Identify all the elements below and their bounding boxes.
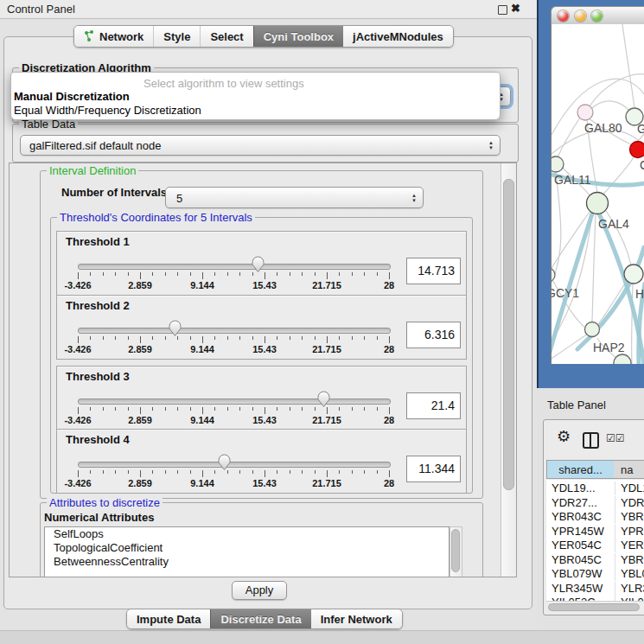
numerical-attributes-list[interactable]: SelfLoopsTopologicalCoefficientBetweenne… bbox=[44, 526, 450, 577]
tab-network[interactable]: Network bbox=[74, 26, 153, 47]
hscrollbar-thumb[interactable] bbox=[548, 603, 640, 611]
node-label: GCY1 bbox=[552, 286, 579, 300]
tick bbox=[327, 470, 328, 477]
checkbox-icons[interactable]: ☑☑ bbox=[606, 432, 625, 444]
tab-style[interactable]: Style bbox=[153, 26, 200, 47]
slider-track[interactable] bbox=[78, 462, 391, 468]
tick-label: -3.426 bbox=[64, 478, 91, 488]
slider-track[interactable] bbox=[78, 264, 391, 270]
tab-label: Select bbox=[210, 30, 243, 43]
network-node[interactable] bbox=[552, 268, 555, 282]
scrollbar-thumb[interactable] bbox=[503, 179, 514, 490]
slider-thumb[interactable] bbox=[217, 453, 232, 475]
cell-shared-name: YBL079W bbox=[552, 567, 614, 580]
threshold-label: Threshold 4 bbox=[66, 433, 130, 446]
network-node[interactable] bbox=[587, 193, 609, 214]
tab-label: jActiveMNodules bbox=[353, 30, 443, 43]
tab-select[interactable]: Select bbox=[200, 26, 252, 47]
slider-track[interactable] bbox=[78, 328, 391, 334]
cell-shared-name: YBR043C bbox=[552, 510, 614, 523]
threshold-label: Threshold 2 bbox=[66, 299, 130, 312]
tick-label: 2.859 bbox=[128, 415, 152, 425]
network-canvas[interactable]: GAL80GACGAL11GAL4GCY1HHAP2 bbox=[551, 24, 644, 364]
tick bbox=[339, 272, 340, 276]
control-panel-titlebar: Control Panel ✖ bbox=[0, 0, 537, 19]
popup-item-2[interactable]: Equal Width/Frequency Discretization bbox=[14, 104, 201, 117]
slider-thumb[interactable] bbox=[316, 390, 331, 411]
gear-icon[interactable]: ⚙ bbox=[557, 429, 571, 444]
network-node[interactable] bbox=[577, 105, 593, 120]
network-node[interactable] bbox=[630, 142, 644, 158]
tick bbox=[90, 470, 91, 474]
slider-track[interactable] bbox=[78, 399, 391, 405]
threshold-value-field[interactable]: 11.344 bbox=[406, 456, 461, 482]
node-table-rows[interactable]: YDL19...YDL1...YDR27...YDR2...YBR043CYBR… bbox=[546, 480, 644, 610]
threshold-value-field[interactable]: 21.4 bbox=[406, 392, 461, 419]
tick bbox=[140, 272, 141, 279]
tab-cyni-toolbox[interactable]: Cyni Toolbox bbox=[253, 26, 343, 47]
top-tab-bar: NetworkStyleSelectCyni ToolboxjActiveMNo… bbox=[73, 25, 454, 48]
zoom-traffic-light[interactable] bbox=[591, 10, 603, 22]
cell-name: YPR1... bbox=[621, 525, 644, 538]
network-node[interactable] bbox=[552, 156, 564, 172]
column-layout-icon[interactable] bbox=[583, 432, 599, 449]
tick bbox=[389, 272, 390, 279]
tick-label: 2.859 bbox=[128, 344, 152, 354]
tab-impute-data[interactable]: Impute Data bbox=[127, 609, 210, 628]
column-divider bbox=[615, 481, 615, 495]
horizontal-scrollbar[interactable] bbox=[546, 601, 644, 611]
threshold-value-field[interactable]: 6.316 bbox=[406, 322, 461, 348]
vertical-scrollbar[interactable] bbox=[501, 163, 516, 577]
tick bbox=[327, 336, 328, 343]
minimize-traffic-light[interactable] bbox=[575, 10, 586, 22]
float-window-icon[interactable] bbox=[498, 5, 507, 15]
tick bbox=[377, 336, 378, 340]
tick bbox=[227, 272, 228, 276]
network-window-titlebar[interactable] bbox=[551, 6, 644, 26]
attribute-list-item[interactable]: SelfLoops bbox=[45, 527, 449, 541]
tab-label: Infer Network bbox=[321, 613, 392, 626]
threshold-value-field[interactable]: 14.713 bbox=[406, 258, 461, 284]
tick bbox=[190, 407, 191, 411]
tick bbox=[140, 407, 141, 414]
tick bbox=[103, 470, 104, 474]
tick-label: 9.144 bbox=[190, 344, 214, 354]
close-icon[interactable]: ✖ bbox=[511, 2, 520, 15]
column-header-name[interactable]: na bbox=[614, 460, 644, 479]
tick bbox=[140, 336, 141, 343]
apply-button[interactable]: Apply bbox=[232, 581, 287, 600]
network-node[interactable] bbox=[624, 265, 643, 284]
popup-item-1[interactable]: Manual Discretization bbox=[14, 90, 130, 103]
tick bbox=[277, 470, 277, 474]
column-header-shared-name[interactable]: shared... bbox=[546, 460, 615, 479]
list-scrollbar-thumb[interactable] bbox=[451, 529, 460, 572]
tick bbox=[177, 470, 178, 474]
tick bbox=[214, 272, 215, 276]
attribute-list-item[interactable]: BetweennessCentrality bbox=[45, 555, 449, 569]
tick bbox=[165, 470, 166, 474]
table-data-combobox[interactable]: galFiltered.sif default node ▲▼ bbox=[20, 135, 501, 156]
cell-name: YDL1... bbox=[621, 481, 644, 494]
list-scrollbar[interactable] bbox=[450, 526, 462, 577]
number-of-intervals-combobox[interactable]: 5 ▲▼ bbox=[165, 187, 424, 208]
network-graph[interactable]: GAL80GACGAL11GAL4GCY1HHAP2 bbox=[552, 24, 644, 364]
tick bbox=[177, 407, 178, 411]
close-traffic-light[interactable] bbox=[558, 10, 569, 22]
table-data-combo-value: galFiltered.sif default node bbox=[29, 139, 161, 152]
tick-label: 28 bbox=[384, 280, 394, 290]
tab-discretize-data[interactable]: Discretize Data bbox=[210, 609, 310, 628]
tab-label: Impute Data bbox=[137, 613, 201, 626]
slider-thumb[interactable] bbox=[168, 319, 182, 341]
attribute-list-item[interactable]: TopologicalCoefficient bbox=[45, 541, 449, 555]
cell-name: YDR2... bbox=[621, 496, 644, 509]
tick bbox=[377, 470, 378, 474]
network-node[interactable] bbox=[585, 322, 600, 337]
tab-infer-network[interactable]: Infer Network bbox=[311, 609, 402, 628]
tab-jactivemnodules[interactable]: jActiveMNodules bbox=[343, 26, 453, 47]
tick bbox=[352, 272, 353, 276]
column-divider bbox=[615, 510, 615, 524]
slider-thumb[interactable] bbox=[251, 255, 265, 277]
group-title-interval-definition: Interval Definition bbox=[47, 164, 138, 177]
tick bbox=[302, 407, 303, 411]
network-node[interactable] bbox=[614, 354, 631, 364]
